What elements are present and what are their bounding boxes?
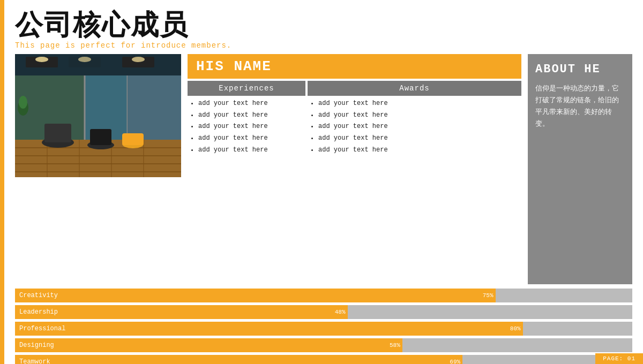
skill-percent: 80% (510, 325, 523, 332)
skill-percent: 48% (335, 309, 348, 315)
skill-percent: 75% (483, 292, 496, 299)
awards-header: Awards (308, 81, 521, 96)
skill-percent: 69% (450, 359, 462, 364)
skill-label: Professional (15, 322, 85, 336)
list-item: add your text here (198, 133, 305, 145)
skill-bar-fill: 80% (85, 322, 523, 336)
svg-rect-13 (128, 75, 181, 140)
skill-bar-fill: 75% (85, 289, 496, 302)
main-content: HIS NAME Experiences Awards add your tex… (0, 54, 643, 284)
skill-row: Teamwork69% (15, 355, 632, 364)
svg-point-5 (35, 57, 48, 62)
skills-section: Creativity75%Leadership48%Professional80… (0, 284, 643, 364)
photo-section (15, 54, 181, 284)
about-title: ABOUT HE (535, 63, 625, 76)
svg-rect-27 (90, 129, 111, 145)
left-accent-bar (0, 0, 4, 364)
skill-bar-container: 48% (85, 305, 632, 319)
list-item: add your text here (198, 145, 305, 156)
skill-label: Creativity (15, 289, 85, 302)
person-name: HIS NAME (188, 54, 521, 79)
page-title-cn: 公司核心成员 (15, 10, 632, 40)
exp-awards-content: add your text hereadd your text hereadd … (188, 98, 521, 156)
list-item: add your text here (198, 110, 305, 122)
skill-row: Creativity75% (15, 289, 632, 302)
list-item: add your text here (318, 145, 521, 156)
right-sidebar: ABOUT HE 信仰是一种动态的力量，它打破了常规的链条，给旧的平凡带来新的、… (528, 54, 632, 284)
skill-row: Designing58% (15, 338, 632, 352)
skill-bar-container: 58% (85, 338, 632, 352)
skill-bar-container: 69% (85, 355, 632, 364)
skill-bar-container: 75% (85, 289, 632, 302)
skill-bar-container: 80% (85, 322, 632, 336)
svg-point-6 (78, 57, 91, 62)
list-item: add your text here (318, 121, 521, 133)
svg-rect-25 (44, 124, 71, 142)
list-item: add your text here (318, 110, 521, 122)
skill-bar-fill: 58% (85, 338, 402, 352)
skill-label: Teamwork (15, 355, 85, 364)
skill-row: Professional80% (15, 322, 632, 336)
skill-row: Leadership48% (15, 305, 632, 319)
profile-photo (15, 54, 181, 177)
footer: PAGE: 01 (595, 353, 643, 364)
awards-list: add your text hereadd your text hereadd … (308, 98, 521, 156)
exp-awards-headers: Experiences Awards (188, 81, 521, 96)
svg-point-7 (132, 57, 145, 62)
list-item: add your text here (318, 98, 521, 110)
page-title-en: This page is perfect for introduce membe… (15, 41, 632, 50)
svg-point-31 (19, 96, 27, 109)
experience-list: add your text hereadd your text hereadd … (188, 98, 305, 156)
list-item: add your text here (198, 121, 305, 133)
list-item: add your text here (198, 98, 305, 110)
experiences-header: Experiences (188, 81, 305, 96)
skill-bar-fill: 69% (85, 355, 462, 364)
skill-bar-fill: 48% (85, 305, 348, 319)
svg-rect-29 (122, 133, 144, 145)
profile-section: HIS NAME Experiences Awards add your tex… (188, 54, 521, 284)
page-number: PAGE: 01 (603, 355, 635, 362)
skill-label: Leadership (15, 305, 85, 319)
skill-percent: 58% (390, 342, 402, 348)
about-text: 信仰是一种动态的力量，它打破了常规的链条，给旧的平凡带来新的、美好的转变。 (535, 82, 625, 130)
list-item: add your text here (318, 133, 521, 145)
skill-label: Designing (15, 338, 85, 352)
header: 公司核心成员 This page is perfect for introduc… (0, 0, 643, 54)
